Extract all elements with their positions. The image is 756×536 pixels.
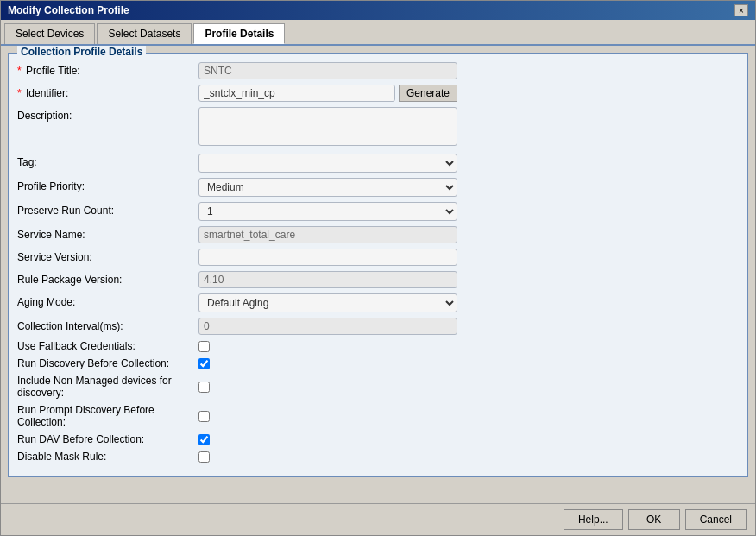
tab-bar: Select Devices Select Datasets Profile D… [1, 20, 755, 46]
input-profile-title[interactable] [198, 62, 457, 79]
control-service-name [198, 226, 457, 243]
label-profile-priority: Profile Priority: [17, 178, 198, 192]
control-identifier: Generate [198, 85, 457, 102]
content-area: Collection Profile Details * Profile Tit… [1, 46, 755, 503]
label-use-fallback: Use Fallback Credentials: [17, 340, 198, 352]
row-include-non-managed: Include Non Managed devices for discover… [17, 375, 739, 399]
tab-select-devices[interactable]: Select Devices [4, 23, 95, 44]
select-profile-priority[interactable]: Medium High Low [198, 178, 457, 197]
input-collection-interval[interactable] [198, 318, 457, 335]
control-tag [198, 154, 457, 173]
control-collection-interval [198, 318, 457, 335]
input-service-name[interactable] [198, 226, 457, 243]
row-profile-priority: Profile Priority: Medium High Low [17, 178, 739, 197]
checkbox-disable-mask-rule[interactable] [198, 451, 210, 463]
control-service-version [198, 249, 457, 266]
checkbox-run-discovery[interactable] [198, 358, 210, 369]
input-service-version[interactable] [198, 249, 457, 266]
label-collection-interval: Collection Interval(ms): [17, 318, 198, 332]
row-use-fallback: Use Fallback Credentials: [17, 340, 739, 352]
row-service-name: Service Name: [17, 226, 739, 243]
label-identifier: * Identifier: [17, 85, 198, 99]
help-button[interactable]: Help... [564, 509, 623, 530]
dialog-window: Modify Collection Profile × Select Devic… [0, 0, 756, 536]
select-preserve-run-count[interactable]: 1 2 3 5 [198, 202, 457, 221]
row-aging-mode: Aging Mode: Default Aging Custom Aging [17, 293, 739, 312]
checkbox-run-prompt-discovery[interactable] [198, 411, 210, 422]
row-run-prompt-discovery: Run Prompt Discovery Before Collection: [17, 404, 739, 428]
title-bar: Modify Collection Profile × [1, 1, 755, 20]
row-run-discovery: Run Discovery Before Collection: [17, 357, 739, 369]
tab-profile-details[interactable]: Profile Details [193, 23, 285, 44]
row-collection-interval: Collection Interval(ms): [17, 318, 739, 335]
control-aging-mode: Default Aging Custom Aging [198, 293, 457, 312]
control-description [198, 107, 457, 148]
row-disable-mask-rule: Disable Mask Rule: [17, 451, 739, 463]
bottom-bar: Help... OK Cancel [1, 503, 755, 535]
label-service-version: Service Version: [17, 249, 198, 263]
identifier-input-group: Generate [198, 85, 457, 102]
select-aging-mode[interactable]: Default Aging Custom Aging [198, 293, 457, 312]
label-description: Description: [17, 107, 198, 122]
cancel-button[interactable]: Cancel [685, 509, 747, 530]
row-profile-title: * Profile Title: [17, 62, 739, 79]
input-description[interactable] [198, 107, 457, 146]
control-profile-priority: Medium High Low [198, 178, 457, 197]
required-star-title: * [17, 65, 22, 77]
row-identifier: * Identifier: Generate [17, 85, 739, 102]
label-preserve-run-count: Preserve Run Count: [17, 202, 198, 217]
row-rule-package-version: Rule Package Version: [17, 271, 739, 288]
input-rule-package-version[interactable] [198, 271, 457, 288]
label-profile-title: * Profile Title: [17, 62, 198, 77]
checkbox-use-fallback[interactable] [198, 341, 210, 352]
close-button[interactable]: × [734, 4, 748, 16]
label-service-name: Service Name: [17, 226, 198, 241]
label-aging-mode: Aging Mode: [17, 293, 198, 308]
label-run-dav: Run DAV Before Collection: [17, 433, 198, 445]
tab-select-datasets[interactable]: Select Datasets [97, 23, 192, 44]
row-run-dav: Run DAV Before Collection: [17, 433, 739, 445]
required-star-identifier: * [17, 87, 22, 99]
control-rule-package-version [198, 271, 457, 288]
row-tag: Tag: [17, 154, 739, 173]
checkbox-include-non-managed[interactable] [198, 382, 210, 393]
row-description: Description: [17, 107, 739, 148]
label-run-discovery: Run Discovery Before Collection: [17, 357, 198, 369]
checkbox-run-dav[interactable] [198, 434, 210, 445]
dialog-title: Modify Collection Profile [8, 4, 129, 16]
generate-button[interactable]: Generate [399, 85, 457, 102]
ok-button[interactable]: OK [628, 509, 680, 530]
input-identifier[interactable] [198, 85, 395, 102]
label-include-non-managed: Include Non Managed devices for discover… [17, 375, 198, 399]
row-preserve-run-count: Preserve Run Count: 1 2 3 5 [17, 202, 739, 221]
label-run-prompt-discovery: Run Prompt Discovery Before Collection: [17, 404, 198, 428]
label-rule-package-version: Rule Package Version: [17, 271, 198, 286]
select-tag[interactable] [198, 154, 457, 173]
label-tag: Tag: [17, 154, 198, 168]
control-profile-title [198, 62, 457, 79]
label-disable-mask-rule: Disable Mask Rule: [17, 451, 198, 463]
section-collection-profile: Collection Profile Details * Profile Tit… [8, 53, 748, 477]
control-preserve-run-count: 1 2 3 5 [198, 202, 457, 221]
section-title: Collection Profile Details [17, 46, 146, 58]
row-service-version: Service Version: [17, 249, 739, 266]
